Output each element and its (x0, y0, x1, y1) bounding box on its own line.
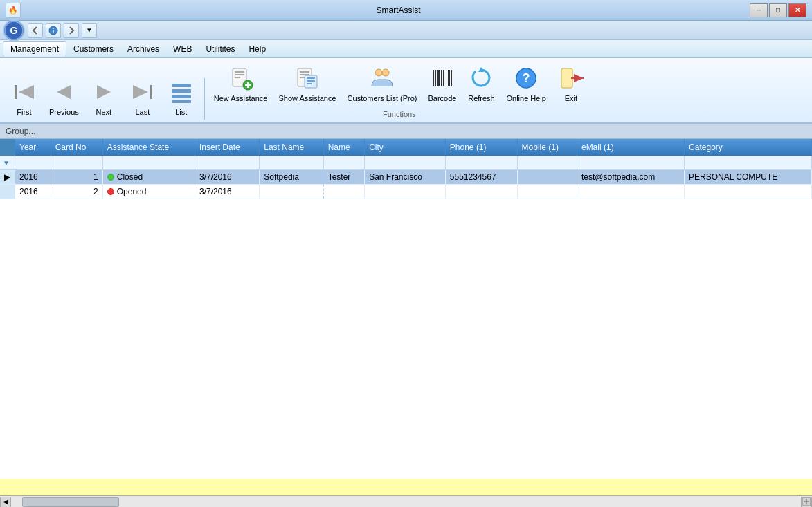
svg-rect-35 (443, 70, 444, 86)
header-email1[interactable]: eMail (1) (577, 139, 684, 156)
online-help-label: Online Help (506, 94, 545, 102)
svg-text:?: ? (523, 71, 530, 85)
show-assistance-icon (294, 64, 321, 92)
cell-year: 2016 (15, 184, 51, 199)
last-button[interactable]: Last (124, 75, 161, 120)
scrollbar-thumb-h[interactable] (22, 497, 119, 507)
filter-category[interactable] (685, 156, 812, 169)
horizontal-scrollbar[interactable]: ◀ ▶ (0, 495, 812, 507)
forward-quick-btn[interactable] (64, 23, 79, 38)
header-mobile1[interactable]: Mobile (1) (517, 139, 577, 156)
menu-bar: Management Customers Archives WEB Utilit… (0, 40, 812, 58)
cell-card-no: 2 (51, 184, 102, 199)
svg-rect-31 (433, 70, 434, 86)
app-title: SmartAssist (47, 6, 750, 15)
back-quick-btn[interactable] (28, 23, 43, 38)
customers-list-icon (368, 64, 396, 92)
filter-icon: ▼ (3, 159, 10, 167)
svg-rect-11 (172, 89, 191, 93)
refresh-button[interactable]: Refresh (462, 61, 500, 106)
new-assistance-button[interactable]: New Assistance (209, 61, 273, 106)
header-year[interactable]: Year (15, 139, 51, 156)
header-assistance-state[interactable]: Assistance State (102, 139, 195, 156)
filter-year[interactable] (15, 156, 51, 169)
header-phone1[interactable]: Phone (1) (445, 139, 517, 156)
cell-state: Closed (102, 169, 195, 184)
close-button[interactable]: ✕ (788, 3, 806, 17)
svg-rect-16 (235, 74, 244, 75)
header-last-name[interactable]: Last Name (260, 139, 323, 156)
svg-rect-4 (15, 85, 17, 99)
functions-buttons: New Assistance Show Assist (209, 61, 590, 106)
maximize-button[interactable]: □ (769, 3, 787, 17)
online-help-icon: ? (512, 64, 540, 92)
svg-rect-25 (305, 75, 317, 88)
scroll-left-arrow[interactable]: ◀ (0, 497, 11, 508)
row-indicator: ▶ (0, 169, 15, 184)
filter-assistance-state[interactable] (102, 156, 195, 169)
quick-access-toolbar: G i ▾ (0, 21, 812, 40)
svg-rect-10 (172, 84, 191, 87)
menu-item-archives[interactable]: Archives (120, 42, 166, 57)
filter-card-no[interactable] (51, 156, 102, 169)
menu-item-utilitites[interactable]: Utilitites (199, 42, 242, 57)
cell-insert-date: 3/7/2016 (195, 169, 259, 184)
menu-item-management[interactable]: Management (3, 41, 66, 57)
table-row[interactable]: ▶ 2016 1 Closed 3/7/2016 Softpedia Teste… (0, 169, 812, 184)
info-quick-btn[interactable]: i (46, 23, 61, 38)
cell-category (685, 184, 812, 199)
cell-insert-date: 3/7/2016 (195, 184, 259, 199)
header-name[interactable]: Name (323, 139, 364, 156)
new-assistance-label: New Assistance (214, 94, 268, 102)
menu-item-customers[interactable]: Customers (66, 42, 120, 57)
filter-phone1[interactable] (445, 156, 517, 169)
menu-item-web[interactable]: WEB (166, 42, 199, 57)
previous-label: Previous (49, 108, 79, 116)
data-grid[interactable]: Year Card No Assistance State Insert Dat… (0, 139, 812, 479)
dropdown-quick-btn[interactable]: ▾ (82, 23, 97, 38)
svg-rect-34 (441, 70, 442, 86)
svg-marker-5 (19, 85, 34, 99)
first-label: First (17, 108, 31, 116)
cell-city (365, 184, 446, 199)
filter-mobile1[interactable] (517, 156, 577, 169)
barcode-button[interactable]: Barcode (423, 61, 461, 106)
toolbar-separator-1 (204, 78, 205, 120)
cell-city: San Francisco (365, 169, 446, 184)
header-city[interactable]: City (365, 139, 446, 156)
exit-icon (557, 64, 585, 92)
header-insert-date[interactable]: Insert Date (195, 139, 259, 156)
last-label: Last (135, 108, 150, 116)
svg-marker-8 (133, 85, 148, 99)
menu-item-help[interactable]: Help (242, 42, 273, 57)
title-bar: 🔥 SmartAssist ─ □ ✕ (0, 0, 812, 21)
filter-email1[interactable] (577, 156, 684, 169)
svg-rect-38 (451, 70, 452, 86)
first-button[interactable]: First (6, 75, 43, 120)
filter-name[interactable] (323, 156, 364, 169)
filter-city[interactable] (365, 156, 446, 169)
grid-body: ▶ 2016 1 Closed 3/7/2016 Softpedia Teste… (0, 169, 812, 199)
filter-insert-date[interactable] (195, 156, 259, 169)
cell-last-name (260, 184, 323, 199)
next-button[interactable]: Next (85, 75, 123, 120)
cell-email1: test@softpedia.com (577, 169, 684, 184)
status-bar (0, 479, 812, 495)
show-assistance-button[interactable]: Show Assistance (273, 61, 341, 106)
online-help-button[interactable]: ? Online Help (501, 61, 550, 106)
customers-list-button[interactable]: Customers List (Pro) (343, 61, 422, 106)
corner-button[interactable] (802, 497, 811, 506)
svg-rect-22 (300, 71, 309, 73)
header-indicator (0, 139, 15, 156)
filter-last-name[interactable] (260, 156, 323, 169)
table-row[interactable]: 2016 2 Opened 3/7/2016 (0, 184, 812, 199)
header-card-no[interactable]: Card No (51, 139, 102, 156)
customers-list-label: Customers List (Pro) (348, 94, 417, 102)
main-content: Group... Year Card No Assistance State I… (0, 124, 812, 507)
minimize-button[interactable]: ─ (750, 3, 768, 17)
functions-label: Functions (377, 109, 422, 120)
previous-button[interactable]: Previous (44, 75, 84, 120)
exit-button[interactable]: Exit (552, 61, 590, 106)
list-button[interactable]: List (163, 75, 200, 120)
header-category[interactable]: Category (685, 139, 812, 156)
